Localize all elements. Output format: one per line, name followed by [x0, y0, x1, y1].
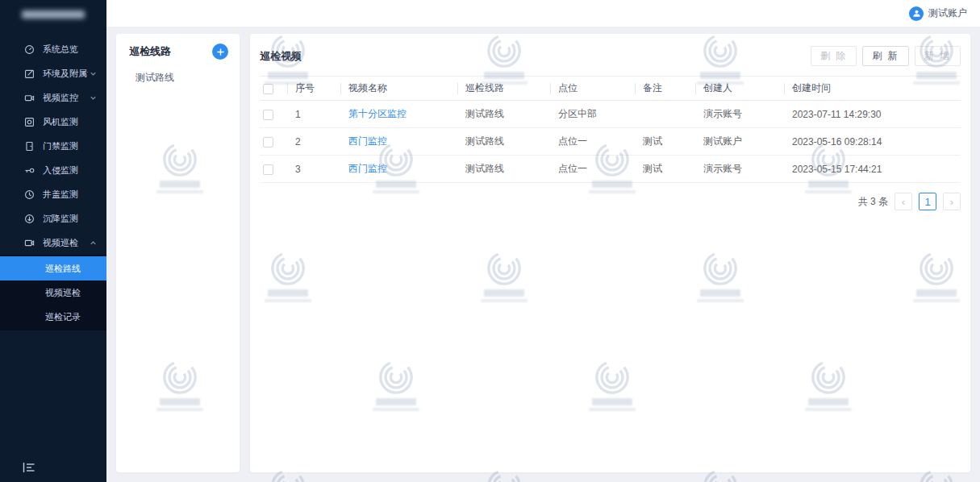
key-icon: [24, 164, 35, 176]
sidebar-item-5[interactable]: 入侵监测: [0, 158, 106, 182]
cell-point: 点位一: [550, 128, 635, 156]
app-logo: [0, 0, 106, 29]
sidebar-item-3[interactable]: 风机监测: [0, 110, 106, 134]
cell-created: 2023-05-15 17:44:21: [784, 156, 961, 183]
delete-button[interactable]: 删 除: [811, 46, 857, 66]
dashboard-icon: [24, 44, 35, 55]
cell-no: 3: [287, 156, 340, 183]
sidebar: 系统总览环境及附属设备视频监控风机监测门禁监测入侵监测井盖监测沉降监测视频巡检巡…: [0, 0, 106, 482]
video-icon: [24, 237, 35, 248]
table-row: 1第十分区监控测试路线分区中部演示账号2023-07-11 14:29:30: [260, 101, 961, 128]
sidebar-submenu: 巡检路线视频巡检巡检记录: [0, 255, 106, 330]
videos-table: 序号视频名称巡检线路点位备注创建人创建时间 1第十分区监控测试路线分区中部演示账…: [260, 76, 961, 183]
cell-route: 测试路线: [457, 128, 550, 156]
sidebar-item-0[interactable]: 系统总览: [0, 37, 106, 61]
route-list-item[interactable]: 测试路线: [116, 66, 240, 89]
door-icon: [24, 140, 35, 152]
column-header-6: 创建时间: [784, 77, 961, 101]
manhole-icon: [24, 189, 35, 200]
row-checkbox[interactable]: [263, 164, 273, 175]
cell-no: 2: [287, 128, 340, 156]
select-all-checkbox[interactable]: [263, 84, 273, 94]
cell-creator: 演示账号: [695, 156, 784, 183]
sidebar-item-label: 环境及附属设备: [43, 68, 88, 80]
table-header-row: 序号视频名称巡检线路点位备注创建人创建时间: [260, 77, 961, 101]
camera-icon: [24, 92, 35, 103]
row-checkbox[interactable]: [263, 110, 273, 120]
sidebar-item-7[interactable]: 沉降监测: [0, 206, 106, 231]
table-body: 1第十分区监控测试路线分区中部演示账号2023-07-11 14:29:302西…: [260, 101, 961, 183]
watermark-logo: [106, 32, 108, 85]
pagination: 共 3 条 ‹ 1 ›: [250, 183, 970, 210]
cell-route: 测试路线: [457, 101, 550, 128]
cell-creator: 测试账户: [695, 128, 784, 156]
column-header-0: 序号: [287, 77, 340, 101]
cell-creator: 演示账号: [695, 101, 784, 128]
edit-icon: [24, 68, 35, 79]
app-logo-redacted-text: [22, 10, 85, 19]
row-checkbox[interactable]: [263, 137, 273, 148]
inspection-routes-panel: 巡检线路 测试路线: [116, 34, 240, 472]
cell-route: 测试路线: [457, 156, 550, 183]
column-header-4: 备注: [635, 77, 695, 101]
sidebar-subitem-8-0[interactable]: 巡检路线: [0, 256, 106, 280]
watermark-logo: [106, 250, 108, 302]
inspection-videos-panel: 巡检视频 删 除 刷 新 新 增 序号视频名称巡检线路点位备注创建人创建时间 1…: [250, 34, 970, 472]
sidebar-item-label: 门禁监测: [43, 140, 97, 152]
table-row: 2西门监控测试路线点位一测试测试账户2023-05-16 09:28:14: [260, 128, 961, 156]
pagination-prev-button[interactable]: ‹: [895, 193, 912, 210]
cell-no: 1: [287, 101, 340, 128]
cell-created: 2023-05-16 09:28:14: [784, 128, 961, 156]
video-name-link[interactable]: 西门监控: [348, 135, 387, 147]
video-name-link[interactable]: 西门监控: [348, 163, 387, 174]
chevron-down-icon: [90, 94, 97, 102]
column-header-3: 点位: [550, 77, 635, 101]
column-header-5: 创建人: [695, 77, 784, 101]
sidebar-item-1[interactable]: 环境及附属设备: [0, 61, 106, 85]
table-row: 3西门监控测试路线点位一测试演示账号2023-05-15 17:44:21: [260, 156, 961, 183]
chevron-down-icon: [90, 70, 97, 77]
sidebar-subitem-8-1[interactable]: 视频巡检: [0, 280, 106, 305]
watermark-logo: [106, 467, 108, 482]
sidebar-item-4[interactable]: 门禁监测: [0, 134, 106, 158]
sidebar-item-label: 视频巡检: [43, 237, 88, 249]
chevron-up-icon: [90, 239, 97, 247]
user-avatar-icon: [909, 6, 924, 21]
sidebar-item-8[interactable]: 视频巡检: [0, 231, 106, 255]
add-button[interactable]: 新 增: [915, 46, 961, 66]
cell-remark: 测试: [635, 128, 695, 156]
pagination-total: 共 3 条: [858, 195, 888, 209]
settlement-icon: [24, 213, 35, 224]
cell-point: 点位一: [550, 156, 635, 183]
sidebar-item-label: 沉降监测: [43, 213, 97, 225]
refresh-button[interactable]: 刷 新: [862, 46, 908, 66]
sidebar-item-2[interactable]: 视频监控: [0, 85, 106, 110]
column-header-1: 视频名称: [340, 77, 457, 101]
route-list: 测试路线: [116, 66, 240, 89]
user-name: 测试账户: [928, 6, 967, 20]
cell-point: 分区中部: [550, 101, 635, 128]
videos-panel-title: 巡检视频: [260, 49, 302, 64]
topbar: 测试账户: [106, 0, 980, 27]
pagination-page-1-button[interactable]: 1: [919, 193, 936, 210]
fan-icon: [24, 116, 35, 127]
collapse-sidebar-icon[interactable]: [23, 459, 39, 476]
video-name-link[interactable]: 第十分区监控: [348, 108, 407, 119]
sidebar-item-label: 视频监控: [43, 92, 88, 104]
sidebar-item-label: 风机监测: [43, 116, 97, 128]
main-content: 巡检线路 测试路线 巡检视频 删 除 刷 新 新 增 序号视频名称巡检线路点位备…: [106, 27, 980, 482]
column-header-2: 巡检线路: [457, 77, 550, 101]
user-account-button[interactable]: 测试账户: [909, 0, 967, 27]
cell-remark: [635, 101, 695, 128]
sidebar-item-label: 井盖监测: [43, 189, 97, 201]
routes-panel-title: 巡检线路: [129, 44, 171, 59]
cell-remark: 测试: [635, 156, 695, 183]
sidebar-item-label: 入侵监测: [43, 164, 97, 177]
pagination-next-button[interactable]: ›: [943, 193, 961, 210]
cell-created: 2023-07-11 14:29:30: [784, 101, 961, 128]
sidebar-menu: 系统总览环境及附属设备视频监控风机监测门禁监测入侵监测井盖监测沉降监测视频巡检巡…: [0, 37, 106, 330]
add-route-button[interactable]: [212, 44, 228, 60]
sidebar-item-label: 系统总览: [43, 44, 97, 56]
sidebar-subitem-8-2[interactable]: 巡检记录: [0, 305, 106, 329]
sidebar-item-6[interactable]: 井盖监测: [0, 182, 106, 206]
